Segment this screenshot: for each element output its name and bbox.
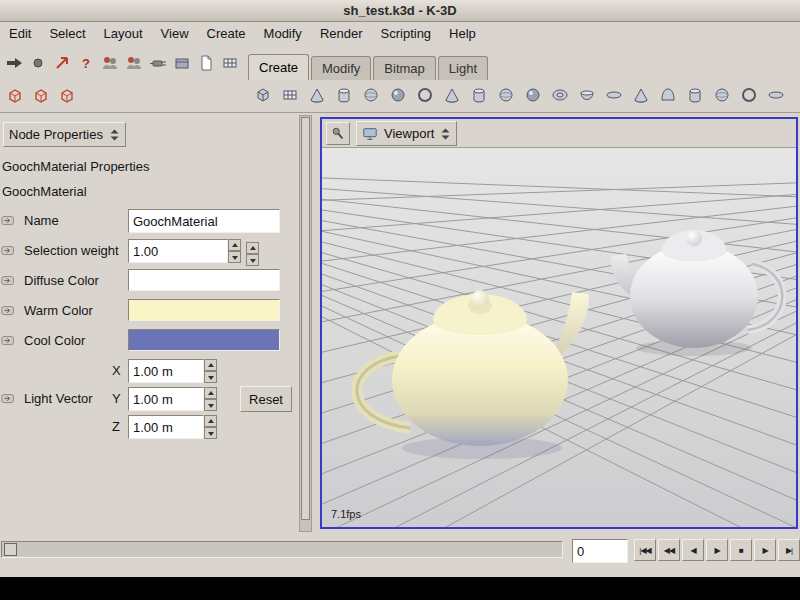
create-sphere-icon[interactable]: [358, 82, 383, 107]
stepper-icon: [440, 127, 451, 141]
diffuse-color-swatch[interactable]: [128, 269, 280, 291]
create-disk2-icon[interactable]: [763, 82, 788, 107]
play-forward-button[interactable]: ▶: [754, 539, 776, 561]
play-button[interactable]: ▶: [706, 539, 728, 561]
create-sphere3-icon[interactable]: [709, 82, 734, 107]
reset-button[interactable]: Reset: [240, 386, 292, 412]
node-box-icon[interactable]: [170, 50, 193, 75]
red-cube-3-icon[interactable]: [55, 83, 78, 108]
viewport-panel: Viewport: [320, 117, 798, 529]
panel-type-dropdown[interactable]: Node Properties: [3, 122, 126, 147]
create-nurbs-cylinder-icon[interactable]: [466, 82, 491, 107]
main-toolbar: ?: [2, 50, 241, 75]
create-nurbs-shaded-sphere-icon[interactable]: [520, 82, 545, 107]
create-cone2-icon[interactable]: [628, 82, 653, 107]
selection-weight-label: Selection weight: [24, 238, 119, 263]
cool-color-swatch[interactable]: [128, 329, 280, 351]
create-cone-icon[interactable]: [304, 82, 329, 107]
create-torus-icon[interactable]: [547, 82, 572, 107]
users-icon[interactable]: [98, 50, 121, 75]
light-vector-y-spinner[interactable]: [204, 387, 217, 411]
menu-item-view[interactable]: View: [152, 22, 198, 46]
frame-number-input[interactable]: [572, 539, 628, 563]
channel-connect-icon[interactable]: [1, 332, 17, 357]
menu-item-edit[interactable]: Edit: [0, 22, 40, 46]
play-reverse-button[interactable]: ◀: [682, 539, 704, 561]
scene-canvas[interactable]: [322, 148, 796, 527]
light-vector-label: Light Vector: [24, 386, 93, 411]
pick-arrow-icon[interactable]: [50, 50, 73, 75]
create-notebook-tabs: Create Modify Bitmap Light: [248, 54, 490, 80]
channel-connect-icon[interactable]: [1, 242, 17, 267]
name-label: Name: [24, 208, 59, 233]
create-grid-icon[interactable]: [277, 82, 302, 107]
stop-button[interactable]: ■: [730, 539, 752, 561]
red-cube-2-icon[interactable]: [29, 83, 52, 108]
create-disk-icon[interactable]: [601, 82, 626, 107]
create-cube-icon[interactable]: [250, 82, 275, 107]
select-arrow-icon[interactable]: [2, 50, 25, 75]
channel-connect-icon[interactable]: [1, 272, 17, 297]
menu-item-layout[interactable]: Layout: [95, 22, 152, 46]
light-vector-z-spinner[interactable]: [204, 415, 217, 439]
tab-create[interactable]: Create: [248, 54, 309, 80]
create-shaded-sphere-icon[interactable]: [385, 82, 410, 107]
axis-x-label: X: [112, 358, 121, 383]
menu-item-select[interactable]: Select: [40, 22, 94, 46]
context-help-icon[interactable]: ?: [74, 50, 97, 75]
plug-icon[interactable]: [146, 50, 169, 75]
rewind-button[interactable]: |◀◀: [634, 539, 656, 561]
light-vector-x-spinner[interactable]: [204, 359, 217, 383]
light-vector-y-input[interactable]: [128, 387, 204, 411]
scene-3d-view[interactable]: 7.1fps: [322, 148, 796, 527]
warm-color-swatch[interactable]: [128, 299, 280, 321]
document-icon[interactable]: [194, 50, 217, 75]
light-vector-z-input[interactable]: [128, 415, 204, 439]
menu-item-create[interactable]: Create: [198, 22, 255, 46]
create-circle-icon[interactable]: [412, 82, 437, 107]
selection-weight-spinner[interactable]: [228, 239, 241, 263]
create-circle2-icon[interactable]: [736, 82, 761, 107]
axis-z-label: Z: [112, 414, 120, 439]
viewport-type-dropdown[interactable]: Viewport: [356, 121, 457, 146]
name-input[interactable]: [128, 209, 280, 233]
users-alt-icon[interactable]: [122, 50, 145, 75]
list-grid-icon[interactable]: [218, 50, 241, 75]
selection-dot-icon[interactable]: [26, 50, 49, 75]
window-titlebar[interactable]: sh_test.k3d - K-3D: [0, 0, 800, 22]
menu-item-help[interactable]: Help: [440, 22, 485, 46]
material-section-title: GoochMaterial: [2, 184, 87, 199]
create-hemisphere-icon[interactable]: [574, 82, 599, 107]
tab-bitmap[interactable]: Bitmap: [373, 56, 435, 80]
timeline-slider-handle[interactable]: [4, 543, 17, 556]
panel-scrollbar[interactable]: [299, 115, 312, 532]
channel-connect-icon[interactable]: [1, 390, 17, 415]
teapot-gray[interactable]: [611, 230, 782, 356]
create-cylinder-icon[interactable]: [331, 82, 356, 107]
pin-panel-button[interactable]: [326, 122, 350, 145]
create-nurbs-cone-icon[interactable]: [439, 82, 464, 107]
create-nurbs-sphere-icon[interactable]: [493, 82, 518, 107]
stepper-icon: [109, 128, 120, 142]
selection-weight-input[interactable]: [128, 239, 228, 263]
menu-item-modify[interactable]: Modify: [255, 22, 311, 46]
channel-connect-icon[interactable]: [1, 212, 17, 237]
panel-scrollbar-handle[interactable]: [301, 117, 310, 520]
skip-to-end-button[interactable]: ▶|: [778, 539, 800, 561]
fast-reverse-button[interactable]: ◀◀: [658, 539, 680, 561]
pin-icon: [330, 126, 346, 142]
warm-color-row: Warm Color: [0, 298, 314, 324]
menu-item-scripting[interactable]: Scripting: [372, 22, 441, 46]
red-cube-1-icon[interactable]: [3, 83, 26, 108]
channel-connect-icon[interactable]: [1, 302, 17, 327]
selection-weight-row: Selection weight: [0, 238, 314, 264]
panel-type-label: Node Properties: [9, 127, 103, 142]
light-vector-x-input[interactable]: [128, 359, 204, 383]
timeline-slider[interactable]: [1, 541, 563, 558]
tab-modify[interactable]: Modify: [311, 56, 371, 80]
selection-weight-extra-spinner[interactable]: [246, 242, 259, 266]
create-paraboloid-icon[interactable]: [655, 82, 680, 107]
create-cylinder2-icon[interactable]: [682, 82, 707, 107]
tab-light[interactable]: Light: [438, 56, 488, 80]
menu-item-render[interactable]: Render: [311, 22, 372, 46]
